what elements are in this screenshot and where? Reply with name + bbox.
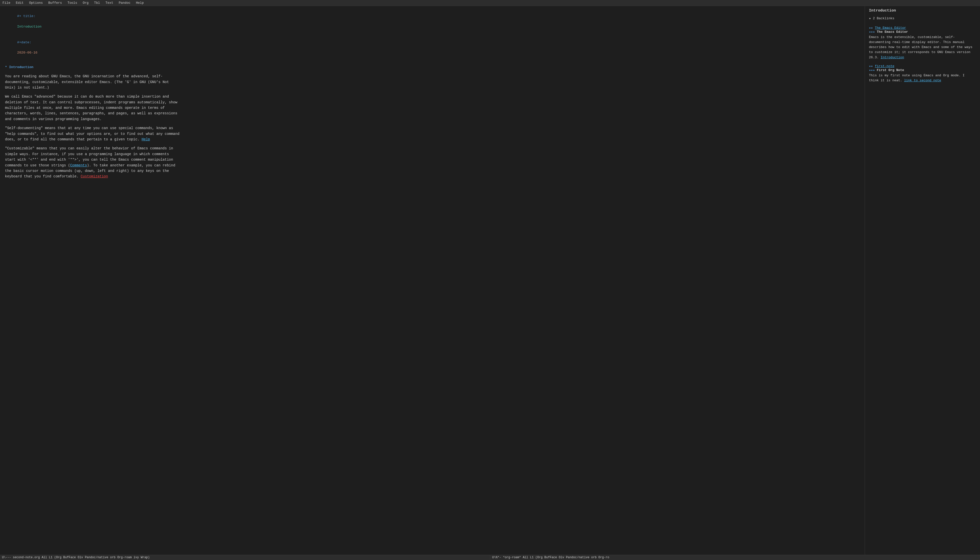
paragraph-2: We call Emacs "advanced" because it can … xyxy=(5,94,180,122)
roam-section2-body: This is my first note using Emacs and Or… xyxy=(869,73,976,83)
roam-section1-level3: ★★★ The Emacs Editor xyxy=(869,30,976,34)
menu-text[interactable]: Text xyxy=(104,1,114,5)
paragraph-1: You are reading about GNU Emacs, the GNU… xyxy=(5,73,180,90)
main-heading: * Introduction xyxy=(5,65,860,70)
roam-section1-link[interactable]: The Emacs Editor xyxy=(875,26,906,30)
roam-section2-second-note-link[interactable]: link to second note xyxy=(904,78,941,82)
roam-section2-level3: ★★★ First Org Note xyxy=(869,68,976,72)
statusbar: U\--- second-note.org All L1 (Org BufFac… xyxy=(0,555,980,560)
menu-options[interactable]: Options xyxy=(28,1,44,5)
roam-section1-intro-link[interactable]: Introduction xyxy=(881,55,904,59)
title-line: #+ title: Introduction xyxy=(5,8,860,35)
menu-help[interactable]: Help xyxy=(135,1,145,5)
editor-pane[interactable]: #+ title: Introduction #+date: 2020-06-1… xyxy=(0,6,865,555)
menu-tbl[interactable]: Tbl xyxy=(93,1,101,5)
roam-section2-level2: ★★ first-note xyxy=(869,64,976,68)
menu-file[interactable]: File xyxy=(2,1,11,5)
menu-edit[interactable]: Edit xyxy=(15,1,25,5)
menu-buffers[interactable]: Buffers xyxy=(47,1,63,5)
title-value: Introduction xyxy=(17,25,42,28)
roam-section2-link[interactable]: first-note xyxy=(875,64,894,68)
roam-section-1: ★★ The Emacs Editor ★★★ The Emacs Editor… xyxy=(869,26,976,60)
menubar: File Edit Options Buffers Tools Org Tbl … xyxy=(0,0,980,6)
date-keyword: #+date: xyxy=(17,40,32,44)
status-left: U\--- second-note.org All L1 (Org BufFac… xyxy=(0,555,490,560)
roam-section1-level2: ★★ The Emacs Editor xyxy=(869,26,976,30)
date-line: #+date: 2020-06-16 xyxy=(5,35,860,61)
menu-tools[interactable]: Tools xyxy=(67,1,78,5)
help-link[interactable]: Help xyxy=(141,137,150,142)
date-value: 2020-06-16 xyxy=(17,51,38,55)
menu-pandoc[interactable]: Pandoc xyxy=(118,1,131,5)
roam-section-2: ★★ first-note ★★★ First Org Note This is… xyxy=(869,64,976,83)
backlinks-header: ★ 2 Backlinks xyxy=(869,16,976,20)
menu-org[interactable]: Org xyxy=(82,1,90,5)
paragraph-3: "Self-documenting" means that at any tim… xyxy=(5,125,180,142)
title-keyword: #+ title: xyxy=(17,14,35,18)
status-right: U\%*- *org-roam* All L1 (Org BufFace Olv… xyxy=(490,555,980,560)
comments-link[interactable]: Comments xyxy=(70,163,87,167)
paragraph-4: "Customizable" means that you can easily… xyxy=(5,146,180,179)
roam-pane[interactable]: Introduction ★ 2 Backlinks ★★ The Emacs … xyxy=(865,6,980,555)
roam-section1-body: Emacs is the extensible, customizable, s… xyxy=(869,35,976,60)
roam-title: Introduction xyxy=(869,8,976,13)
main-area: #+ title: Introduction #+date: 2020-06-1… xyxy=(0,6,980,555)
customization-link[interactable]: Customization xyxy=(80,174,108,178)
